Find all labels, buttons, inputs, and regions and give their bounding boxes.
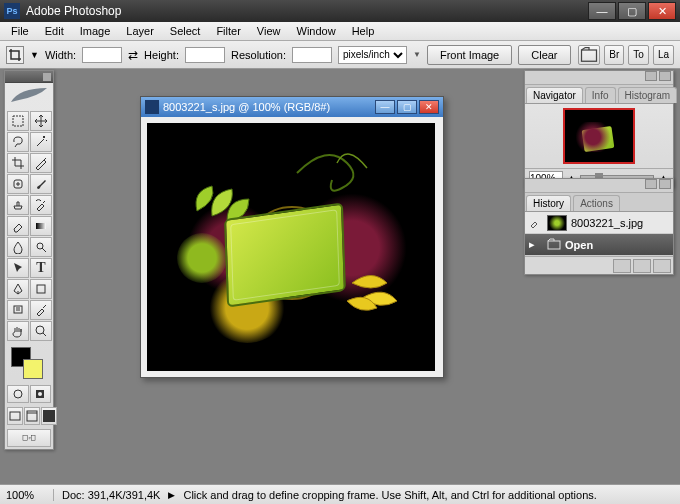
status-zoom[interactable]: 100% <box>6 489 54 501</box>
menu-view[interactable]: View <box>250 23 288 39</box>
tab-actions[interactable]: Actions <box>573 195 620 211</box>
magic-wand-tool[interactable] <box>30 132 52 152</box>
tab-history[interactable]: History <box>526 195 571 211</box>
new-snapshot-icon[interactable] <box>633 259 651 273</box>
dodge-tool[interactable] <box>30 237 52 257</box>
svg-rect-17 <box>548 241 560 249</box>
doc-maximize-button[interactable]: ▢ <box>397 100 417 114</box>
height-label: Height: <box>144 49 179 61</box>
history-snapshot-row[interactable]: 8003221_s.jpg <box>525 212 673 234</box>
hand-tool[interactable] <box>7 321 29 341</box>
artwork-main-panel <box>224 202 346 307</box>
navigator-panel: Navigator Info Histogram ▲ ▲ <box>524 70 674 188</box>
tab-info[interactable]: Info <box>585 87 616 103</box>
window-title: Adobe Photoshop <box>26 4 588 18</box>
window-maximize-button[interactable]: ▢ <box>618 2 646 20</box>
history-brush-tool[interactable] <box>30 195 52 215</box>
panel-minimize-icon[interactable] <box>645 179 657 189</box>
chevron-down-icon[interactable]: ▼ <box>30 50 39 60</box>
brush-tool[interactable] <box>30 174 52 194</box>
eraser-tool[interactable] <box>7 216 29 236</box>
clear-button[interactable]: Clear <box>518 45 570 65</box>
panel-minimize-icon[interactable] <box>645 71 657 81</box>
navigator-thumbnail[interactable] <box>563 108 635 164</box>
history-state-row[interactable]: ▸ Open <box>525 234 673 256</box>
units-select[interactable]: pixels/inch <box>338 46 407 64</box>
resolution-label: Resolution: <box>231 49 286 61</box>
notes-tool[interactable] <box>7 300 29 320</box>
window-minimize-button[interactable]: — <box>588 2 616 20</box>
app-icon: Ps <box>4 3 20 19</box>
screen-full-icon[interactable] <box>41 407 57 425</box>
screen-standard-icon[interactable] <box>7 407 23 425</box>
panel-close-icon[interactable] <box>659 71 671 81</box>
slice-tool[interactable] <box>30 153 52 173</box>
jump-to-imageready-icon[interactable] <box>7 429 51 447</box>
menu-edit[interactable]: Edit <box>38 23 71 39</box>
tab-navigator[interactable]: Navigator <box>526 87 583 103</box>
canvas[interactable] <box>147 123 435 371</box>
document-titlebar[interactable]: 8003221_s.jpg @ 100% (RGB/8#) — ▢ ✕ <box>141 97 443 117</box>
menu-file[interactable]: File <box>4 23 36 39</box>
status-menu-icon[interactable]: ▶ <box>168 490 175 500</box>
window-close-button[interactable]: ✕ <box>648 2 676 20</box>
menu-layer[interactable]: Layer <box>119 23 161 39</box>
palette-tool-presets-button[interactable]: To <box>628 45 649 65</box>
standard-mode-icon[interactable] <box>7 385 29 403</box>
background-color[interactable] <box>23 359 43 379</box>
path-select-tool[interactable] <box>7 258 29 278</box>
clone-stamp-tool[interactable] <box>7 195 29 215</box>
toolbox-header[interactable] <box>5 71 53 83</box>
gradient-tool[interactable] <box>30 216 52 236</box>
palette-layers-button[interactable]: La <box>653 45 674 65</box>
menu-select[interactable]: Select <box>163 23 208 39</box>
screen-full-menu-icon[interactable] <box>24 407 40 425</box>
healing-brush-tool[interactable] <box>7 174 29 194</box>
move-tool[interactable] <box>30 111 52 131</box>
menu-help[interactable]: Help <box>345 23 382 39</box>
width-input[interactable] <box>82 47 122 63</box>
pen-tool[interactable] <box>7 279 29 299</box>
shape-tool[interactable] <box>30 279 52 299</box>
menu-window[interactable]: Window <box>290 23 343 39</box>
palette-brushes-button[interactable]: Br <box>604 45 624 65</box>
front-image-button[interactable]: Front Image <box>427 45 512 65</box>
svg-point-10 <box>38 392 42 396</box>
tab-histogram[interactable]: Histogram <box>618 87 678 103</box>
doc-close-button[interactable]: ✕ <box>419 100 439 114</box>
lasso-tool[interactable] <box>7 132 29 152</box>
svg-rect-11 <box>10 412 20 420</box>
marquee-tool[interactable] <box>7 111 29 131</box>
svg-rect-1 <box>13 116 23 126</box>
snapshot-thumbnail-icon <box>547 215 567 231</box>
doc-minimize-button[interactable]: — <box>375 100 395 114</box>
eyedropper-tool[interactable] <box>30 300 52 320</box>
history-panel: History Actions 8003221_s.jpg ▸ Open <box>524 178 674 275</box>
svg-rect-14 <box>23 436 28 441</box>
swap-dimensions-icon[interactable]: ⇄ <box>128 48 138 62</box>
document-window: 8003221_s.jpg @ 100% (RGB/8#) — ▢ ✕ <box>140 96 444 378</box>
history-brush-source-icon[interactable] <box>529 216 543 230</box>
svg-rect-15 <box>31 436 35 441</box>
window-titlebar: Ps Adobe Photoshop — ▢ ✕ <box>0 0 680 22</box>
panel-close-icon[interactable] <box>659 179 671 189</box>
resolution-input[interactable] <box>292 47 332 63</box>
new-document-from-state-icon[interactable] <box>613 259 631 273</box>
menu-filter[interactable]: Filter <box>209 23 247 39</box>
zoom-tool[interactable] <box>30 321 52 341</box>
crop-tool-icon[interactable] <box>6 46 24 64</box>
svg-point-8 <box>14 390 22 398</box>
leaf-cluster-yellow-icon <box>342 263 422 323</box>
crop-tool[interactable] <box>7 153 29 173</box>
file-browser-icon[interactable] <box>578 45 600 65</box>
open-state-icon <box>547 238 561 252</box>
blur-tool[interactable] <box>7 237 29 257</box>
panel-header <box>525 71 673 85</box>
type-tool[interactable]: T <box>30 258 52 278</box>
feather-logo-icon <box>5 83 53 109</box>
menu-image[interactable]: Image <box>73 23 118 39</box>
quickmask-mode-icon[interactable] <box>30 385 52 403</box>
document-title: 8003221_s.jpg @ 100% (RGB/8#) <box>163 101 330 113</box>
height-input[interactable] <box>185 47 225 63</box>
delete-state-icon[interactable] <box>653 259 671 273</box>
